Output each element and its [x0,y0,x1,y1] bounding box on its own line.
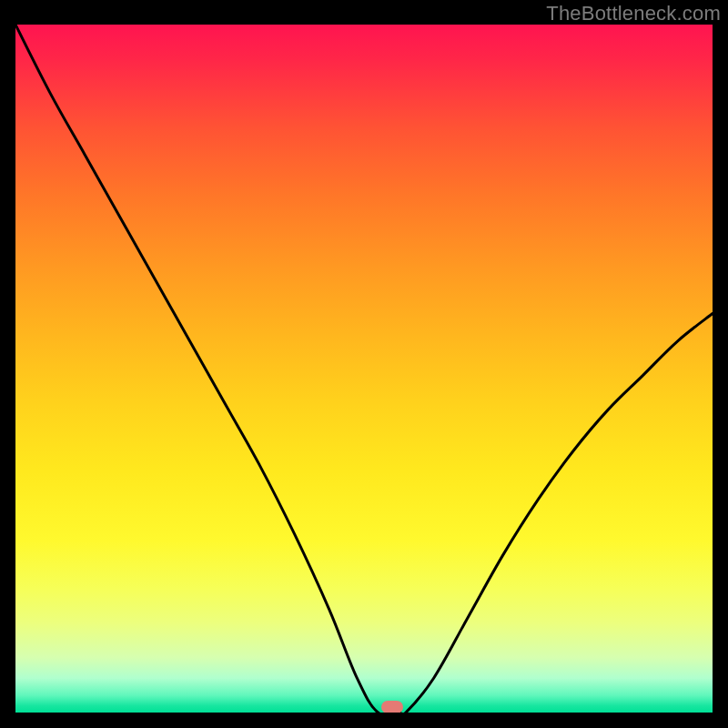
plot-area [15,25,713,713]
chart-frame: TheBottleneck.com [0,0,728,728]
optimal-marker [381,701,403,713]
watermark-text: TheBottleneck.com [546,2,721,25]
bottleneck-curve [15,25,713,713]
